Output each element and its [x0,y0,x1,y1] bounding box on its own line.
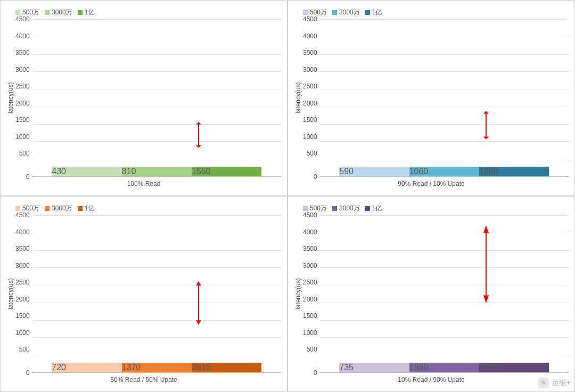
grid-line [319,250,569,251]
bar: 430 [52,167,121,176]
legend-item: 3000万 [45,8,72,17]
grid-line [32,250,282,251]
y-tick-label: 2000 [15,296,30,303]
plot-area: 59010601880 [319,19,569,177]
grid-line [32,89,282,89]
legend-label: 1亿 [85,204,95,213]
grid-line [32,107,282,107]
y-tick-label: 4000 [15,229,30,235]
legend-swatch [15,10,20,15]
grid-line [32,19,282,20]
y-tick-label: 0 [15,174,30,180]
legend-swatch [45,10,50,15]
y-tick-label: 500 [303,346,317,353]
grid-line [32,159,282,159]
y-tick-label: 4000 [303,33,317,39]
bar-group: 4308101550 [52,167,261,176]
x-axis-label: 90% Read / 10% Upate [293,177,569,187]
y-tick-label: 1000 [303,134,317,140]
legend-item: 1亿 [365,204,382,213]
y-tick-label: 2500 [303,83,317,89]
bar: 590 [339,167,409,176]
diff-arrow-icon [482,111,490,140]
legend-swatch [15,206,20,211]
chart-panel: 500万3000万1亿latency(us)450040003500300025… [288,0,575,196]
y-tick-label: 3000 [15,67,30,73]
y-axis: 450040003500300025002000150010005000 [15,19,32,177]
chart-panel: 500万3000万1亿latency(us)450040003500300025… [288,196,575,392]
x-axis-label: 100% Read [6,177,282,187]
bar: 1370 [122,363,192,372]
grid-line [319,233,569,233]
grid-line [319,54,569,55]
y-axis-label: latency(us) [6,215,15,373]
grid-line [32,303,282,303]
chart-body: latency(us)45004000350030002500200015001… [293,215,569,373]
grid-line [319,159,569,159]
grid-line [319,141,569,142]
svg-marker-8 [196,320,201,324]
grid-line [319,215,569,216]
chart-body: latency(us)45004000350030002500200015001… [6,19,282,177]
plot-area: 72013702610 [32,215,282,373]
bar: 720 [52,363,121,372]
y-tick-label: 2000 [303,296,317,303]
y-tick-label: 3000 [15,263,30,269]
bar-group: 73519804210 [339,363,549,372]
y-tick-label: 2500 [303,279,317,285]
svg-marker-2 [196,145,201,148]
bar: 1980 [409,363,479,372]
legend: 500万3000万1亿 [293,6,569,19]
y-tick-label: 1500 [15,117,30,123]
grid-line [319,37,569,37]
y-tick-label: 0 [303,174,317,180]
grid-line [319,303,569,303]
bar: 4210 [479,363,549,372]
y-tick-label: 2000 [303,100,317,107]
legend-swatch [78,10,83,15]
y-axis-label: latency(us) [6,19,15,177]
grid-line [319,320,569,321]
y-tick-label: 3500 [303,50,317,56]
y-tick-label: 1500 [303,313,317,319]
legend-item: 3000万 [45,204,72,213]
y-tick-label: 4000 [303,229,317,235]
y-axis: 450040003500300025002000150010005000 [303,215,319,373]
legend-swatch [78,206,83,211]
grid-line [319,19,569,20]
y-tick-label: 500 [15,150,30,157]
diff-arrow-icon [195,122,202,148]
legend-label: 1亿 [85,8,95,17]
y-tick-label: 2000 [15,100,30,107]
legend: 500万3000万1亿 [6,202,282,215]
diff-arrow-icon [195,281,202,324]
legend-label: 3000万 [339,204,360,213]
legend-label: 3000万 [339,8,360,17]
legend: 500万3000万1亿 [293,202,569,215]
y-tick-label: 4500 [303,16,317,22]
legend-item: 1亿 [365,8,382,17]
chart-body: latency(us)45004000350030002500200015001… [293,19,569,177]
legend-label: 1亿 [372,204,382,213]
y-tick-label: 2500 [15,279,30,285]
legend-item: 1亿 [78,8,95,17]
grid-line [32,124,282,125]
legend-swatch [303,206,308,211]
legend-swatch [365,206,370,211]
y-tick-label: 1000 [303,330,317,336]
y-tick-label: 4500 [15,212,30,218]
y-tick-label: 3000 [303,263,317,269]
legend-item: 3000万 [332,204,360,213]
grid-line [32,37,282,37]
svg-marker-11 [483,296,489,304]
y-axis: 450040003500300025002000150010005000 [303,19,319,177]
legend: 500万3000万1亿 [6,6,282,19]
legend-swatch [332,10,337,15]
plot-area: 4308101550 [32,19,282,177]
bar-group: 59010601880 [339,167,549,176]
legend-swatch [45,206,50,211]
grid-line [319,89,569,89]
y-tick-label: 3500 [15,246,30,252]
grid-line [319,285,569,285]
y-tick-label: 1500 [303,117,317,123]
